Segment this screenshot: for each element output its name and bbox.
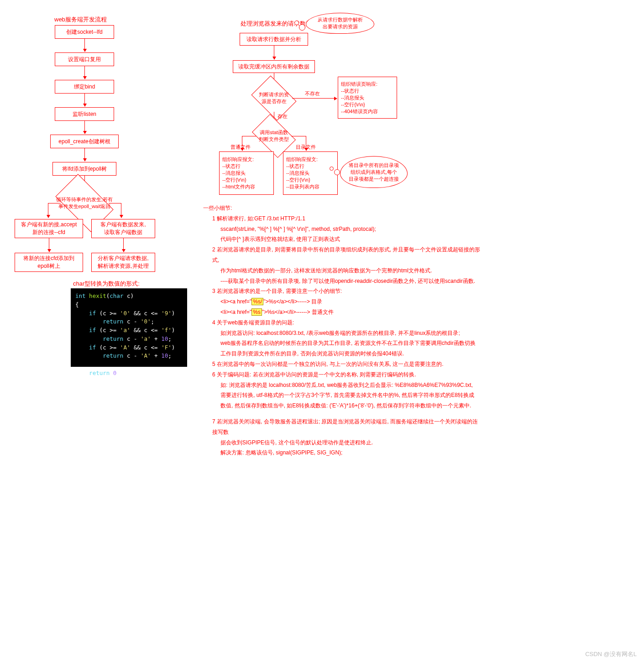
dir-box: 组织响应报文: --状态行 --消息报头 --空行{\r\n} --目录列表内容: [283, 151, 338, 195]
label-file: 普通文件: [230, 144, 251, 151]
label-not-exist: 不存在: [305, 90, 320, 97]
arrow-not-exist: [292, 98, 337, 99]
arrow: [121, 203, 121, 218]
watermark: CSDN @没有网名L: [585, 650, 637, 658]
branch-addcfd: 将新的连接cfd添加到 epoll树上: [15, 253, 83, 272]
diamond-stat: 调用stat函数 判断文件类型: [256, 123, 292, 149]
cloud-dir: 将目录中所有的目录项 组织成列表格式,每个 目录项都是一个超连接: [340, 156, 408, 188]
arrow: [123, 238, 124, 252]
line: [291, 136, 306, 136]
step-epoll-create: epoll_create创建树根: [50, 135, 119, 148]
step-socket: 创建socket--lfd: [55, 25, 114, 39]
error-box: 组织错误页响应: --状态行 --消息报头 --空行{\r\n} --404错误…: [338, 77, 397, 119]
diamond-exists: 判断请求的资 源是否存在: [256, 84, 292, 112]
left-title: web服务端开发流程: [54, 16, 107, 24]
label-dir: 目录文件: [296, 144, 316, 151]
code-title: char型转换为数值的形式:: [73, 280, 140, 288]
notes-header: 一些小细节:: [203, 203, 482, 214]
step-listen: 监听listen: [55, 107, 114, 121]
step-reuse: 设置端口复用: [55, 52, 114, 66]
arrow: [84, 121, 85, 134]
step-read-line: 读取请求行数据并分析: [240, 33, 308, 46]
arrow: [84, 66, 85, 79]
notes-block: 一些小细节: 1 解析请求行, 如:GET /3.txt HTTP:/1.1 s…: [203, 203, 482, 458]
file-box: 组织响应报文: --状态行 --消息报头 --空行{\r\n} --html文件…: [219, 151, 274, 195]
arrow: [274, 46, 274, 59]
code-block: int hexit(char c) { if (c >= '0' && c <=…: [71, 288, 187, 367]
arrow: [84, 39, 85, 52]
step-read-rest: 读取完缓冲区内所有剩余数据: [233, 60, 315, 73]
branch-parse: 分析客户端请求数据, 解析请求资源,并处理: [91, 253, 155, 272]
step-add-lfd: 将lfd添加到epoll树: [52, 162, 116, 176]
cloud-parse: 从请求行数据中解析 出要请求的资源: [306, 13, 374, 34]
label-exist: 存在: [277, 113, 288, 120]
arrow: [84, 148, 85, 161]
arrow: [49, 238, 49, 252]
branch-read: 客户端有数据发来, 读取客户端数据: [91, 219, 155, 238]
line: [242, 136, 257, 136]
arrow: [84, 94, 85, 106]
step-bind: 绑定bind: [55, 80, 114, 94]
loop-diamond: 循环等待事件的发生,若有 事件发生epoll_wait返回: [59, 187, 110, 219]
branch-accept: 客户端有新的接,accept 新的连接--cfd: [15, 219, 83, 238]
arrow: [48, 203, 48, 218]
